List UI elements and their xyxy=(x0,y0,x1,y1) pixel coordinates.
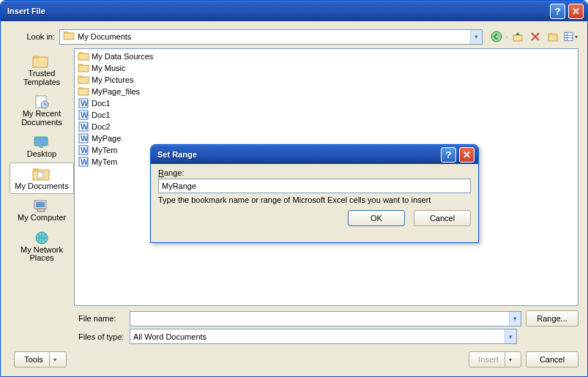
range-input[interactable] xyxy=(158,179,471,193)
svg-point-6 xyxy=(554,33,557,36)
insert-button[interactable]: Insert▾ xyxy=(469,351,521,367)
list-item[interactable]: WMyPage xyxy=(78,132,575,144)
svg-text:W: W xyxy=(81,111,89,119)
list-item[interactable]: My Music xyxy=(78,62,575,74)
lookin-dropdown[interactable]: My Documents ▾ xyxy=(59,29,483,45)
svg-rect-15 xyxy=(34,137,48,146)
place-my-computer[interactable]: My Computer xyxy=(10,194,74,226)
filetype-label: Files of type: xyxy=(74,332,130,341)
word-icon: W xyxy=(78,109,89,121)
help-icon[interactable]: ? xyxy=(550,4,565,19)
range-hint: Type the bookmark name or range of Micro… xyxy=(158,195,471,204)
svg-rect-30 xyxy=(78,89,89,95)
chevron-down-icon[interactable]: ▾ xyxy=(470,30,482,44)
folder-icon xyxy=(31,166,53,182)
ok-button[interactable]: OK xyxy=(348,210,405,226)
svg-rect-3 xyxy=(513,35,522,41)
svg-text:W: W xyxy=(81,99,89,108)
svg-rect-16 xyxy=(39,146,43,148)
new-folder-icon[interactable] xyxy=(545,29,561,45)
svg-rect-31 xyxy=(78,87,83,89)
filename-input[interactable]: ▾ xyxy=(130,311,521,326)
folder-icon xyxy=(78,74,89,86)
place-trusted-templates[interactable]: Trusted Templates xyxy=(10,50,74,90)
recent-icon xyxy=(31,94,53,110)
list-item[interactable]: WDoc1 xyxy=(78,97,575,109)
up-level-icon[interactable] xyxy=(510,29,526,45)
modal-title: Set Range xyxy=(155,150,441,159)
folder-icon xyxy=(31,53,53,70)
filetype-dropdown[interactable]: All Word Documents ▾ xyxy=(130,329,517,344)
range-button[interactable]: Range... xyxy=(526,310,578,326)
place-my-documents[interactable]: My Documents xyxy=(10,163,74,195)
word-icon: W xyxy=(78,132,89,144)
word-icon: W xyxy=(78,144,89,156)
list-item[interactable]: My Pictures xyxy=(78,74,575,86)
desktop-icon xyxy=(31,134,53,150)
help-icon[interactable]: ? xyxy=(441,147,456,163)
list-item[interactable]: WDoc2 xyxy=(78,121,575,132)
svg-rect-11 xyxy=(33,57,48,67)
delete-icon[interactable] xyxy=(527,29,543,45)
word-icon: W xyxy=(78,121,89,132)
folder-icon xyxy=(78,86,89,97)
chevron-down-icon[interactable]: ▾ xyxy=(509,312,521,326)
svg-text:W: W xyxy=(81,134,89,143)
titlebar: Insert File ? ✕ xyxy=(1,1,587,21)
places-bar: Trusted Templates My Recent Documents De… xyxy=(10,48,74,306)
svg-rect-25 xyxy=(78,52,83,54)
svg-text:W: W xyxy=(81,146,89,154)
svg-rect-5 xyxy=(548,33,552,35)
folder-icon xyxy=(78,51,89,62)
svg-rect-21 xyxy=(36,202,45,207)
word-icon: W xyxy=(78,156,89,168)
svg-rect-26 xyxy=(78,65,89,72)
svg-point-2 xyxy=(491,31,502,42)
list-item[interactable]: WDoc1 xyxy=(78,109,575,121)
views-icon[interactable]: ▾ xyxy=(562,29,578,45)
window-title: Insert File xyxy=(4,7,550,15)
svg-text:W: W xyxy=(81,157,89,166)
lookin-label: Look in: xyxy=(10,32,59,41)
word-icon: W xyxy=(78,97,89,109)
range-label: Range: xyxy=(158,168,471,177)
insert-file-dialog: Insert File ? ✕ Look in: My Documents ▾ … xyxy=(0,0,588,377)
lookin-value: My Documents xyxy=(78,32,131,41)
chevron-down-icon[interactable]: ▾ xyxy=(505,329,516,343)
svg-rect-1 xyxy=(64,33,74,40)
modal-titlebar: Set Range ? ✕ xyxy=(151,145,478,164)
tools-button[interactable]: Tools▾ xyxy=(14,351,67,367)
svg-rect-28 xyxy=(78,77,89,83)
list-item[interactable]: My Data Sources xyxy=(78,51,575,62)
svg-rect-12 xyxy=(33,56,39,59)
set-range-dialog: Set Range ? ✕ Range: Type the bookmark n… xyxy=(150,144,479,243)
place-recent-documents[interactable]: My Recent Documents xyxy=(10,90,74,130)
back-icon[interactable] xyxy=(488,29,505,45)
svg-rect-22 xyxy=(37,209,45,212)
network-icon xyxy=(31,230,53,246)
svg-text:W: W xyxy=(81,122,89,131)
svg-rect-29 xyxy=(78,75,83,78)
close-icon[interactable]: ✕ xyxy=(568,4,584,19)
chevron-down-icon[interactable]: ▾ xyxy=(49,352,56,367)
folder-icon xyxy=(78,62,89,74)
svg-rect-19 xyxy=(37,172,43,178)
cancel-button[interactable]: Cancel xyxy=(526,351,578,367)
computer-icon xyxy=(31,198,53,214)
separator: · xyxy=(506,32,508,41)
svg-rect-27 xyxy=(78,64,83,66)
svg-rect-7 xyxy=(565,32,573,40)
chevron-down-icon[interactable]: ▾ xyxy=(505,352,512,367)
close-icon[interactable]: ✕ xyxy=(459,147,475,163)
place-network-places[interactable]: My Network Places xyxy=(10,226,74,266)
svg-rect-18 xyxy=(33,168,39,171)
place-desktop[interactable]: Desktop xyxy=(10,130,74,163)
filename-label: File name: xyxy=(74,314,130,323)
svg-rect-24 xyxy=(78,53,89,60)
list-item[interactable]: MyPage_files xyxy=(78,86,575,97)
modal-cancel-button[interactable]: Cancel xyxy=(414,210,471,226)
folder-icon xyxy=(63,31,75,42)
